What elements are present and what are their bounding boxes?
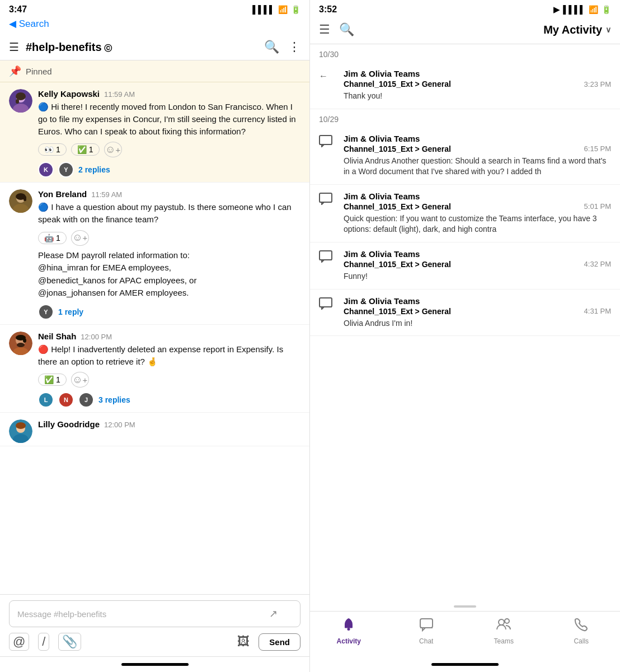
activity-item[interactable]: Jim & Olivia Teams Channel_1015_Ext > Ge… xyxy=(310,290,620,337)
msg-time-neil: 12:00 PM xyxy=(81,333,112,341)
search-back-button[interactable]: ◀ Search xyxy=(0,17,309,34)
message-item: Neil Shah 12:00 PM 🔴 Help! I inadvertent… xyxy=(0,325,309,413)
activity-preview: Funny! xyxy=(344,271,611,282)
activity-header-left: ☰ 🔍 xyxy=(319,22,354,37)
msg-time-kelly: 11:59 AM xyxy=(104,90,135,99)
scroll-bar xyxy=(454,605,476,608)
hamburger-icon[interactable]: ☰ xyxy=(9,40,19,54)
send-button[interactable]: Send xyxy=(259,633,300,651)
hamburger-icon-right[interactable]: ☰ xyxy=(319,22,330,37)
replies-link-neil[interactable]: 3 replies xyxy=(98,395,130,404)
activity-sender: Jim & Olivia Teams xyxy=(344,134,611,143)
battery-icon-right: 🔋 xyxy=(602,5,611,14)
add-reaction-button[interactable]: ☺+ xyxy=(104,142,122,157)
activity-item[interactable]: Jim & Olivia Teams Channel_1015_Ext > Ge… xyxy=(310,127,620,185)
replies-link-yon[interactable]: 1 reply xyxy=(58,307,83,316)
activity-title[interactable]: My Activity ∨ xyxy=(543,24,611,36)
reply-row-yon: Y 1 reply xyxy=(38,304,300,320)
reaction-robot[interactable]: 🤖1 xyxy=(38,232,67,244)
msg-author-yon: Yon Breland xyxy=(38,189,87,199)
avatar-yon xyxy=(9,189,32,213)
msg-header-yon: Yon Breland 11:59 AM xyxy=(38,189,300,199)
signal-icon-right: ▌▌▌▌ xyxy=(563,5,585,14)
signal-icon: ▌▌▌▌ xyxy=(252,5,275,14)
replies-row-kelly: K Y 2 replies xyxy=(38,162,300,178)
channel-icons: 🔍 ⋮ xyxy=(264,40,300,54)
activity-item[interactable]: Jim & Olivia Teams Channel_1015_Ext > Ge… xyxy=(310,242,620,290)
message-input-area: Message #help-benefits ↗ @ / 📎 🖼 Send xyxy=(0,594,309,656)
svg-rect-20 xyxy=(320,136,332,144)
msg-content-neil: Neil Shah 12:00 PM 🔴 Help! I inadvertent… xyxy=(38,332,300,408)
activity-sender: Jim & Olivia Teams xyxy=(344,249,611,259)
activity-header: ☰ 🔍 My Activity ∨ xyxy=(310,17,620,44)
activity-content: Jim & Olivia Teams Channel_1015_Ext > Ge… xyxy=(344,192,611,235)
home-indicator-left xyxy=(0,656,309,672)
status-bar-right: 3:52 ▶ ▌▌▌▌ 📶 🔋 xyxy=(310,0,620,17)
msg-author-lilly: Lilly Goodridge xyxy=(38,419,100,429)
activity-content: Jim & Olivia Teams Channel_1015_Ext > Ge… xyxy=(344,69,611,102)
activity-content: Jim & Olivia Teams Channel_1015_Ext > Ge… xyxy=(344,249,611,282)
chat-nav-label: Chat xyxy=(419,637,433,645)
wifi-icon: 📶 xyxy=(278,5,288,14)
photo-icon[interactable]: 🖼 xyxy=(237,634,250,649)
reactions-neil: ✅1 ☺+ xyxy=(38,372,300,388)
svg-rect-9 xyxy=(24,196,26,201)
status-icons-right: ▶ ▌▌▌▌ 📶 🔋 xyxy=(553,5,611,14)
activity-time: 4:32 PM xyxy=(584,260,611,268)
replies-link-kelly[interactable]: 2 replies xyxy=(78,165,110,174)
msg-content-kelly: Kelly Kapowski 11:59 AM 🔵 Hi there! I re… xyxy=(38,89,300,178)
msg-content-lilly: Lilly Goodridge 12:00 PM xyxy=(38,419,300,441)
reply-avatar-2: Y xyxy=(58,162,74,178)
date-separator-1029: 10/29 xyxy=(310,109,620,127)
reactions-yon: 🤖1 ☺+ xyxy=(38,230,300,246)
svg-point-28 xyxy=(505,619,509,623)
attach-icon[interactable]: 📎 xyxy=(58,633,81,651)
svg-rect-22 xyxy=(320,251,332,260)
at-icon[interactable]: @ xyxy=(9,633,29,651)
activity-item[interactable]: ← Jim & Olivia Teams Channel_1015_Ext > … xyxy=(310,62,620,109)
reaction-eyes[interactable]: 👀1 xyxy=(38,143,67,156)
avatar-kelly xyxy=(9,89,32,113)
msg-text-neil: 🔴 Help! I inadvertently deleted an expen… xyxy=(38,343,300,368)
activity-sender: Jim & Olivia Teams xyxy=(344,192,611,201)
reply-avatar-neil-2: N xyxy=(58,392,74,408)
expand-icon[interactable]: ↗ xyxy=(269,608,278,620)
reaction-check[interactable]: ✅1 xyxy=(71,143,100,156)
bottom-nav: Activity Chat Teams xyxy=(310,611,620,656)
teams-nav-icon xyxy=(496,617,511,635)
nav-item-calls[interactable]: Calls xyxy=(543,617,621,645)
search-icon-right[interactable]: 🔍 xyxy=(339,22,354,37)
activity-item[interactable]: Jim & Olivia Teams Channel_1015_Ext > Ge… xyxy=(310,185,620,242)
message-item: Kelly Kapowski 11:59 AM 🔵 Hi there! I re… xyxy=(0,82,309,183)
channel-header-left: ☰ #help-benefitsⓒ xyxy=(9,40,112,54)
message-placeholder[interactable]: Message #help-benefits xyxy=(17,609,269,619)
svg-point-3 xyxy=(16,92,26,100)
nav-item-teams[interactable]: Teams xyxy=(465,617,543,645)
slash-command-icon[interactable]: / xyxy=(38,633,49,651)
search-icon[interactable]: 🔍 xyxy=(264,40,279,54)
chevron-down-icon: ∨ xyxy=(605,25,611,34)
co-icon: ⓒ xyxy=(104,44,112,53)
channel-header: ☰ #help-benefitsⓒ 🔍 ⋮ xyxy=(0,34,309,60)
nav-item-chat[interactable]: Chat xyxy=(388,617,466,645)
activity-preview: Olivia Andrus Another question: Should a… xyxy=(344,156,611,178)
msg-header-lilly: Lilly Goodridge 12:00 PM xyxy=(38,419,300,429)
calls-nav-icon xyxy=(574,617,589,635)
channel-title: #help-benefitsⓒ xyxy=(26,41,112,54)
activity-channel-name: Channel_1015_Ext > General xyxy=(344,260,451,269)
activity-time: 5:01 PM xyxy=(584,202,611,211)
more-options-icon[interactable]: ⋮ xyxy=(288,40,300,54)
activity-icon-col xyxy=(319,192,337,235)
reaction-check-neil[interactable]: ✅1 xyxy=(38,374,67,386)
activity-channel: Channel_1015_Ext > General 3:23 PM xyxy=(344,80,611,88)
reply-avatar-neil-1: L xyxy=(38,392,54,408)
activity-time: 4:31 PM xyxy=(584,307,611,315)
add-reaction-yon[interactable]: ☺+ xyxy=(71,230,89,246)
msg-time-yon: 11:59 AM xyxy=(91,190,122,199)
add-reaction-neil[interactable]: ☺+ xyxy=(71,372,89,388)
activity-preview: Olivia Andrus I'm in! xyxy=(344,318,611,329)
svg-point-14 xyxy=(23,338,26,343)
activity-sender: Jim & Olivia Teams xyxy=(344,69,611,78)
activity-icon-col: ← xyxy=(319,69,337,102)
nav-item-activity[interactable]: Activity xyxy=(310,617,388,645)
